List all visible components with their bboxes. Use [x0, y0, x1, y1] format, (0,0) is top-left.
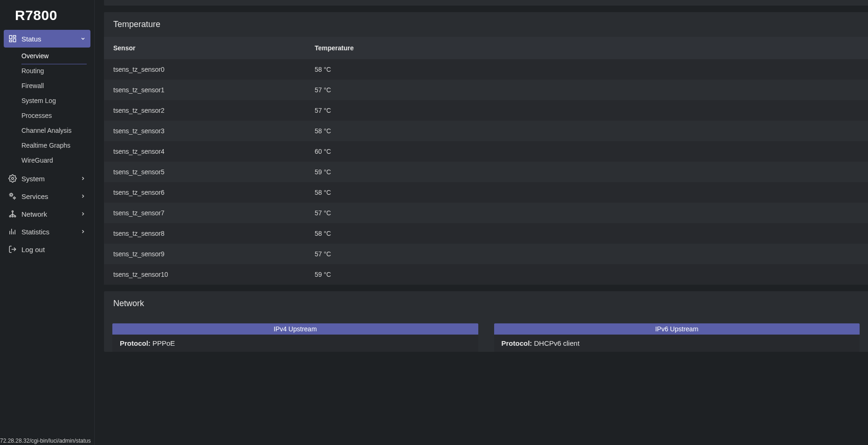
temperature-cell: 58 °C [305, 223, 868, 244]
chevron-right-icon [80, 176, 86, 181]
table-row: tsens_tz_sensor658 °C [104, 182, 868, 203]
table-row: tsens_tz_sensor957 °C [104, 244, 868, 264]
nav-label: Services [21, 192, 48, 200]
sensor-cell: tsens_tz_sensor2 [104, 100, 305, 121]
nav-label: Status [21, 35, 41, 43]
temperature-cell: 59 °C [305, 162, 868, 182]
temperature-cell: 59 °C [305, 264, 868, 285]
temperature-panel: Temperature Sensor Temperature tsens_tz_… [104, 12, 868, 285]
logout-icon [8, 245, 17, 253]
subnav-item-firewall[interactable]: Firewall [4, 78, 90, 93]
sensor-cell: tsens_tz_sensor1 [104, 80, 305, 100]
subnav-item-overview[interactable]: Overview [4, 48, 90, 63]
gears-icon [8, 192, 17, 200]
table-row: tsens_tz_sensor1059 °C [104, 264, 868, 285]
subnav-item-realtime-graphs[interactable]: Realtime Graphs [4, 138, 90, 153]
svg-rect-3 [9, 40, 12, 42]
nav: Status Overview Routing Firewall System … [0, 30, 94, 258]
subnav-item-processes[interactable]: Processes [4, 108, 90, 123]
sensor-cell: tsens_tz_sensor9 [104, 244, 305, 264]
table-row: tsens_tz_sensor358 °C [104, 121, 868, 141]
ipv6-protocol-value: DHCPv6 client [534, 339, 580, 347]
sensor-cell: tsens_tz_sensor7 [104, 203, 305, 223]
temperature-table: Sensor Temperature tsens_tz_sensor058 °C… [104, 37, 868, 285]
table-row: tsens_tz_sensor757 °C [104, 203, 868, 223]
status-bar-url: 72.28.28.32/cgi-bin/luci/admin/status [0, 438, 92, 445]
main-content: Temperature Sensor Temperature tsens_tz_… [95, 0, 868, 445]
nav-item-network[interactable]: Network [4, 205, 90, 223]
sensor-cell: tsens_tz_sensor8 [104, 223, 305, 244]
nav-label: Log out [21, 246, 45, 253]
ipv4-upstream-card: IPv4 Upstream Protocol: PPPoE [112, 323, 478, 352]
sensor-cell: tsens_tz_sensor4 [104, 141, 305, 162]
network-title: Network [104, 291, 868, 316]
table-row: tsens_tz_sensor559 °C [104, 162, 868, 182]
subnav-item-system-log[interactable]: System Log [4, 93, 90, 108]
sidebar: R7800 Status Overview Routing Firewall [0, 0, 95, 445]
ipv6-upstream-card: IPv6 Upstream Protocol: DHCPv6 client [494, 323, 860, 352]
nav-item-system[interactable]: System [4, 170, 90, 187]
table-row: tsens_tz_sensor058 °C [104, 59, 868, 80]
table-row: tsens_tz_sensor858 °C [104, 223, 868, 244]
ipv4-upstream-body: Protocol: PPPoE [112, 335, 478, 352]
nav-item-logout[interactable]: Log out [4, 240, 90, 258]
network-panel: Network IPv4 Upstream Protocol: PPPoE IP… [104, 291, 868, 352]
brand-title: R7800 [0, 0, 94, 30]
previous-panel-bottom [104, 0, 868, 6]
temperature-cell: 58 °C [305, 59, 868, 80]
sensor-cell: tsens_tz_sensor3 [104, 121, 305, 141]
temperature-cell: 57 °C [305, 100, 868, 121]
svg-point-6 [14, 197, 15, 199]
svg-point-7 [12, 211, 14, 212]
subnav-item-routing[interactable]: Routing [4, 63, 90, 78]
sensor-cell: tsens_tz_sensor5 [104, 162, 305, 182]
svg-point-4 [12, 178, 14, 180]
svg-point-5 [10, 194, 13, 196]
temperature-cell: 58 °C [305, 182, 868, 203]
sensor-cell: tsens_tz_sensor6 [104, 182, 305, 203]
network-grid: IPv4 Upstream Protocol: PPPoE IPv6 Upstr… [104, 316, 868, 352]
svg-rect-1 [14, 35, 16, 37]
temperature-cell: 58 °C [305, 121, 868, 141]
network-icon [8, 210, 17, 218]
chevron-down-icon [80, 36, 86, 41]
temperature-title: Temperature [104, 12, 868, 37]
chevron-right-icon [80, 211, 86, 217]
temperature-cell: 57 °C [305, 203, 868, 223]
ipv4-protocol-value: PPPoE [152, 339, 175, 347]
chevron-right-icon [80, 229, 86, 234]
ipv6-upstream-header: IPv6 Upstream [494, 323, 860, 335]
nav-label: Network [21, 210, 47, 218]
subnav-item-wireguard[interactable]: WireGuard [4, 153, 90, 168]
sensor-cell: tsens_tz_sensor0 [104, 59, 305, 80]
chart-icon [8, 227, 17, 236]
temperature-cell: 57 °C [305, 244, 868, 264]
svg-point-9 [12, 216, 14, 217]
svg-rect-0 [9, 35, 12, 39]
table-header-row: Sensor Temperature [104, 37, 868, 59]
svg-rect-2 [14, 39, 16, 42]
nav-item-statistics[interactable]: Statistics [4, 223, 90, 240]
ipv6-upstream-body: Protocol: DHCPv6 client [494, 335, 860, 352]
ipv4-upstream-header: IPv4 Upstream [112, 323, 478, 335]
table-row: tsens_tz_sensor157 °C [104, 80, 868, 100]
ipv6-protocol-label: Protocol: [502, 339, 532, 347]
subnav-item-channel-analysis[interactable]: Channel Analysis [4, 123, 90, 138]
gear-icon [8, 174, 17, 183]
nav-item-status[interactable]: Status [4, 30, 90, 48]
dashboard-icon [8, 34, 17, 43]
status-subnav: Overview Routing Firewall System Log Pro… [4, 48, 90, 170]
svg-point-8 [9, 216, 11, 217]
col-sensor: Sensor [104, 37, 305, 59]
svg-point-10 [14, 216, 16, 217]
table-row: tsens_tz_sensor460 °C [104, 141, 868, 162]
nav-label: System [21, 175, 45, 183]
nav-item-services[interactable]: Services [4, 187, 90, 205]
temperature-cell: 57 °C [305, 80, 868, 100]
table-row: tsens_tz_sensor257 °C [104, 100, 868, 121]
temperature-cell: 60 °C [305, 141, 868, 162]
nav-label: Statistics [21, 228, 49, 236]
chevron-right-icon [80, 193, 86, 199]
col-temperature: Temperature [305, 37, 868, 59]
sensor-cell: tsens_tz_sensor10 [104, 264, 305, 285]
